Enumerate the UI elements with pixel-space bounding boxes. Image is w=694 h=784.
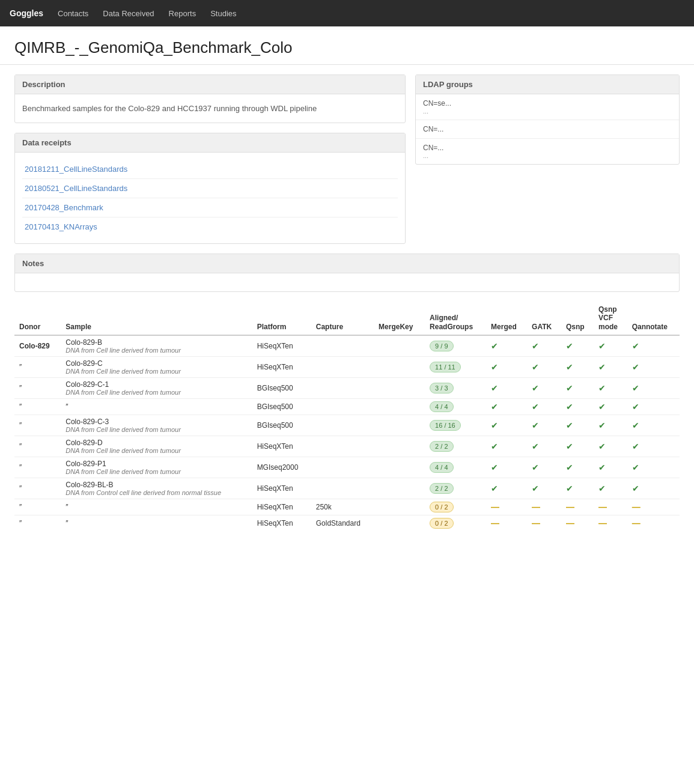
aligned-cell: 4 / 4 [425, 457, 486, 478]
table-row: ″ Colo-829-C DNA from Cell line derived … [14, 357, 680, 378]
samples-table: Donor Sample Platform Capture MergeKey A… [14, 302, 680, 531]
nav-data-received[interactable]: Data Received [103, 9, 154, 18]
col-platform: Platform [252, 302, 311, 335]
nav-reports[interactable]: Reports [169, 9, 196, 18]
capture-cell: 250k [311, 499, 374, 515]
mergekey-cell [374, 399, 425, 415]
nav-contacts[interactable]: Contacts [58, 9, 88, 18]
check-icon: ✔ [532, 442, 539, 451]
receipt-link[interactable]: 20170413_KNArrays [25, 222, 97, 231]
data-table-section: Donor Sample Platform Capture MergeKey A… [14, 302, 680, 531]
donor-cell: Colo-829 [14, 335, 61, 357]
check-icon: ✔ [566, 484, 573, 493]
capture-cell [311, 457, 374, 478]
table-row: ″ ″ HiSeqXTen GoldStandard 0 / 2 — — — —… [14, 515, 680, 532]
capture-cell [311, 335, 374, 357]
qsnp-cell: ✔ [561, 357, 594, 378]
receipts-card: Data receipts 20181211_CellLineStandards… [14, 133, 406, 244]
qsnpvcf-cell: ✔ [594, 335, 627, 357]
qsnp-cell: ✔ [561, 378, 594, 399]
receipts-list: 20181211_CellLineStandards20180521_CellL… [22, 160, 398, 236]
dash-icon: — [598, 502, 607, 512]
qsnpvcf-cell: ✔ [594, 436, 627, 457]
mergekey-cell [374, 478, 425, 499]
qsnp-cell: ✔ [561, 335, 594, 357]
qannotate-cell: ✔ [627, 357, 680, 378]
receipt-link[interactable]: 20170428_Benchmark [25, 203, 103, 212]
aligned-cell: 11 / 11 [425, 357, 486, 378]
check-icon: ✔ [532, 341, 539, 351]
nav-studies[interactable]: Studies [210, 9, 236, 18]
sample-cell: Colo-829-C-1 DNA from Cell line derived … [61, 378, 252, 399]
merged-cell: — [486, 515, 527, 532]
sample-cell: Colo-829-BL-B DNA from Control cell line… [61, 478, 252, 499]
mergekey-cell [374, 357, 425, 378]
ldap-item: CN=...... [416, 139, 679, 164]
check-icon: ✔ [632, 362, 639, 372]
qsnpvcf-cell: ✔ [594, 378, 627, 399]
check-icon: ✔ [598, 383, 606, 393]
gatk-cell: ✔ [527, 457, 561, 478]
receipt-link[interactable]: 20181211_CellLineStandards [25, 165, 127, 174]
merged-cell: ✔ [486, 335, 527, 357]
merged-cell: ✔ [486, 457, 527, 478]
sample-cell: Colo-829-B DNA from Cell line derived fr… [61, 335, 252, 357]
ldap-list: CN=se......CN=...CN=...... [416, 94, 679, 164]
capture-cell [311, 378, 374, 399]
platform-cell: HiSeqXTen [252, 335, 311, 357]
mergekey-cell [374, 378, 425, 399]
check-icon: ✔ [491, 362, 498, 372]
table-row: ″ ″ HiSeqXTen 250k 0 / 2 — — — — — [14, 499, 680, 515]
check-icon: ✔ [566, 463, 573, 472]
check-icon: ✔ [566, 362, 573, 372]
check-icon: ✔ [491, 484, 498, 493]
dash-icon: — [632, 502, 641, 512]
check-icon: ✔ [491, 341, 498, 351]
check-icon: ✔ [566, 402, 573, 412]
dash-icon: — [566, 518, 574, 528]
donor-cell: ″ [14, 515, 61, 532]
dash-icon: — [532, 518, 540, 528]
ldap-header: LDAP groups [416, 75, 679, 94]
check-icon: ✔ [491, 421, 498, 430]
gatk-cell: ✔ [527, 378, 561, 399]
notes-section: Notes [14, 254, 680, 292]
check-icon: ✔ [491, 383, 498, 393]
notes-body [15, 273, 679, 291]
check-icon: ✔ [566, 442, 573, 451]
page-header: QIMRB_-_GenomiQa_Benchmark_Colo [0, 26, 694, 65]
gatk-cell: — [527, 515, 561, 532]
receipt-item: 20170413_KNArrays [22, 217, 398, 236]
table-row: ″ Colo-829-P1 DNA from Cell line derived… [14, 457, 680, 478]
receipts-body: 20181211_CellLineStandards20180521_CellL… [15, 153, 405, 243]
table-row: ″ ″ BGIseq500 4 / 4 ✔ ✔ ✔ ✔ ✔ [14, 399, 680, 415]
qannotate-cell: ✔ [627, 478, 680, 499]
donor-cell: ″ [14, 478, 61, 499]
ldap-item: CN=... [416, 120, 679, 139]
gatk-cell: ✔ [527, 415, 561, 436]
merged-cell: ✔ [486, 399, 527, 415]
merged-cell: ✔ [486, 378, 527, 399]
ldap-card: LDAP groups CN=se......CN=...CN=...... [415, 74, 680, 165]
aligned-cell: 9 / 9 [425, 335, 486, 357]
gatk-cell: ✔ [527, 478, 561, 499]
qsnpvcf-cell: ✔ [594, 357, 627, 378]
col-merged: Merged [486, 302, 527, 335]
donor-cell: ″ [14, 378, 61, 399]
qsnp-cell: ✔ [561, 436, 594, 457]
sample-cell: ″ [61, 515, 252, 532]
table-row: ″ Colo-829-D DNA from Cell line derived … [14, 436, 680, 457]
sample-cell: ″ [61, 499, 252, 515]
capture-cell [311, 415, 374, 436]
table-row: ″ Colo-829-C-1 DNA from Cell line derive… [14, 378, 680, 399]
platform-cell: BGIseq500 [252, 415, 311, 436]
capture-cell [311, 436, 374, 457]
col-capture: Capture [311, 302, 374, 335]
gatk-cell: ✔ [527, 335, 561, 357]
check-icon: ✔ [598, 362, 606, 372]
check-icon: ✔ [491, 402, 498, 412]
check-icon: ✔ [532, 383, 539, 393]
qannotate-cell: — [627, 499, 680, 515]
receipt-link[interactable]: 20180521_CellLineStandards [25, 184, 127, 193]
platform-cell: HiSeqXTen [252, 478, 311, 499]
